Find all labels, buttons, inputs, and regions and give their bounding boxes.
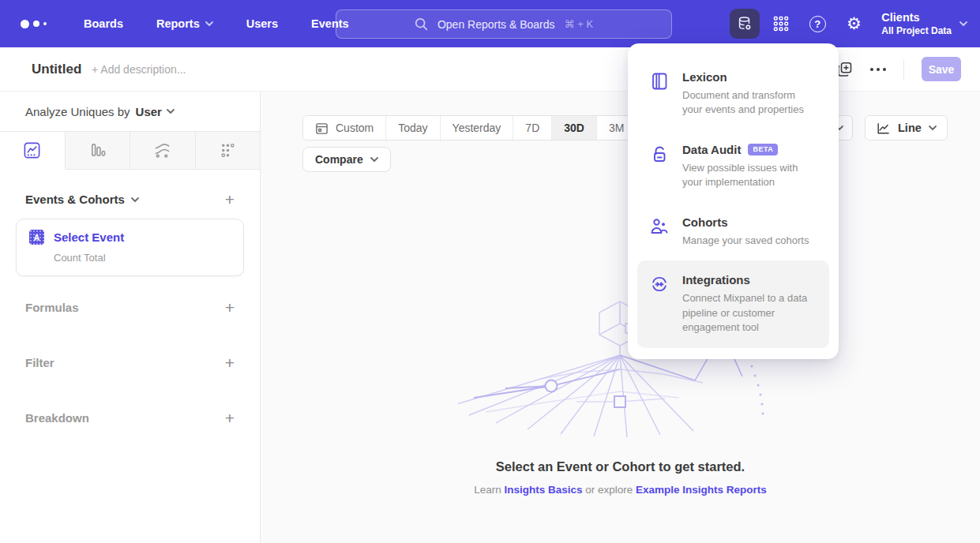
report-header-actions: Save — [837, 57, 961, 81]
gear-icon: ⚙ — [847, 16, 862, 32]
help-icon: ? — [809, 16, 826, 32]
breakdown-section: Breakdown + — [0, 409, 260, 426]
formulas-section: Formulas + — [0, 298, 260, 316]
lexicon-book-icon — [650, 72, 669, 118]
settings-button[interactable]: ⚙ — [839, 9, 869, 39]
formulas-label: Formulas — [25, 301, 79, 314]
compare-dropdown[interactable]: Compare — [302, 147, 391, 172]
learn-prefix: Learn — [474, 484, 501, 496]
add-formula-button[interactable]: + — [225, 299, 235, 316]
nav-item-users[interactable]: Users — [246, 17, 278, 30]
more-ellipsis-icon — [870, 68, 886, 71]
search-icon — [415, 17, 428, 31]
calendar-icon — [315, 122, 329, 135]
line-chart-icon — [23, 141, 41, 159]
project-scope: All Project Data — [881, 25, 952, 37]
breakdown-label: Breakdown — [25, 411, 89, 425]
nav-label: Reports — [156, 17, 200, 30]
or-explore-text: or explore — [585, 484, 633, 496]
query-builder-sidebar: Analyze Uniques by User — [0, 92, 261, 543]
tab-line-chart[interactable] — [0, 132, 66, 170]
chart-style-label: Line — [898, 122, 922, 134]
events-cohorts-label: Events & Cohorts — [25, 193, 125, 206]
event-aggregation-label[interactable]: Count Total — [54, 252, 231, 264]
menu-item-lexicon[interactable]: Lexicon Document and transform your even… — [637, 58, 829, 130]
empty-state-links: Learn Insights Basics or explore Example… — [261, 484, 980, 496]
duplicate-report-button[interactable] — [837, 62, 853, 77]
mixpanel-logo-icon[interactable] — [21, 20, 55, 28]
range-today-button[interactable]: Today — [386, 116, 440, 140]
tab-flow-chart[interactable] — [130, 132, 196, 170]
insights-report-page: Boards Reports Users Events Open Reports… — [0, 0, 980, 543]
nav-right-cluster: ? ⚙ Clients All Project Data — [730, 0, 967, 47]
filter-label: Filter — [25, 356, 54, 369]
menu-item-data-audit[interactable]: Data Audit BETA View possible issues wit… — [637, 130, 829, 203]
range-label: 3M — [609, 122, 624, 134]
global-search-input[interactable]: Open Reports & Boards ⌘ + K — [336, 9, 672, 39]
integrations-sync-icon — [650, 275, 669, 335]
chevron-down-icon — [959, 21, 967, 26]
add-filter-button[interactable]: + — [225, 354, 235, 371]
database-gear-icon — [736, 15, 753, 32]
analyze-entity-value: User — [136, 105, 162, 118]
nav-item-reports[interactable]: Reports — [156, 17, 213, 30]
event-card-header: A Select Event — [29, 230, 231, 245]
menu-item-description: Document and transform your events and p… — [682, 88, 817, 118]
filter-section: Filter + — [0, 354, 260, 371]
menu-item-description: Manage your saved cohorts — [682, 234, 809, 248]
range-yesterday-button[interactable]: Yesterday — [441, 116, 514, 140]
nav-label: Users — [246, 17, 278, 30]
add-event-button[interactable]: + — [225, 191, 235, 208]
events-cohorts-dropdown[interactable]: Events & Cohorts — [25, 193, 139, 206]
chart-type-tabs — [0, 131, 260, 170]
header-divider — [903, 59, 904, 80]
save-button[interactable]: Save — [922, 57, 961, 81]
compare-label: Compare — [315, 153, 363, 166]
menu-item-text: Lexicon Document and transform your even… — [682, 70, 817, 118]
add-breakdown-button[interactable]: + — [225, 410, 235, 426]
help-button[interactable]: ? — [802, 9, 832, 39]
project-switcher[interactable]: Clients All Project Data — [881, 10, 967, 36]
range-custom-button[interactable]: Custom — [303, 116, 386, 140]
tab-metrics[interactable] — [196, 132, 261, 170]
metrics-dots-icon — [219, 141, 237, 159]
range-label: Today — [398, 122, 427, 134]
org-name: Clients — [881, 10, 952, 24]
tab-bar-chart[interactable] — [66, 132, 131, 170]
data-audit-lock-icon — [650, 144, 669, 190]
chevron-down-icon — [167, 109, 175, 114]
primary-nav: Boards Reports Users Events — [84, 17, 349, 30]
menu-item-cohorts[interactable]: Cohorts Manage your saved cohorts — [637, 203, 829, 260]
insights-basics-link[interactable]: Insights Basics — [504, 484, 582, 496]
search-placeholder: Open Reports & Boards — [437, 18, 555, 31]
example-insights-reports-link[interactable]: Example Insights Reports — [636, 484, 767, 496]
data-management-button[interactable] — [730, 9, 760, 39]
duplicate-icon — [837, 62, 853, 77]
empty-state-title: Select an Event or Cohort to get started… — [261, 459, 980, 474]
menu-item-description: View possible issues with your implement… — [682, 161, 817, 190]
project-text: Clients All Project Data — [881, 10, 952, 36]
menu-item-description: Connect Mixpanel to a data pipeline or c… — [682, 291, 817, 335]
report-description-placeholder[interactable]: + Add description... — [92, 63, 186, 76]
menu-item-title: Integrations — [682, 273, 750, 286]
nav-item-boards[interactable]: Boards — [84, 17, 123, 30]
bar-chart-icon — [88, 141, 107, 159]
report-title[interactable]: Untitled — [32, 62, 81, 77]
grid-icon — [773, 16, 789, 32]
range-label: Yesterday — [452, 122, 501, 134]
nav-label: Boards — [84, 17, 123, 30]
chart-style-dropdown[interactable]: Line — [865, 115, 948, 140]
menu-item-integrations[interactable]: Integrations Connect Mixpanel to a data … — [637, 260, 829, 347]
cohorts-people-icon — [650, 217, 669, 248]
menu-item-text: Integrations Connect Mixpanel to a data … — [682, 273, 817, 335]
menu-item-title: Data Audit — [682, 143, 741, 156]
range-30d-button[interactable]: 30D — [552, 116, 597, 140]
select-event-label[interactable]: Select Event — [54, 230, 124, 244]
chevron-down-icon — [131, 197, 139, 202]
event-card[interactable]: A Select Event Count Total — [16, 219, 244, 276]
apps-grid-button[interactable] — [766, 9, 796, 39]
chevron-down-icon — [929, 125, 937, 130]
range-7d-button[interactable]: 7D — [513, 116, 552, 140]
analyze-entity-dropdown[interactable]: User — [136, 105, 175, 118]
more-options-button[interactable] — [870, 68, 886, 71]
